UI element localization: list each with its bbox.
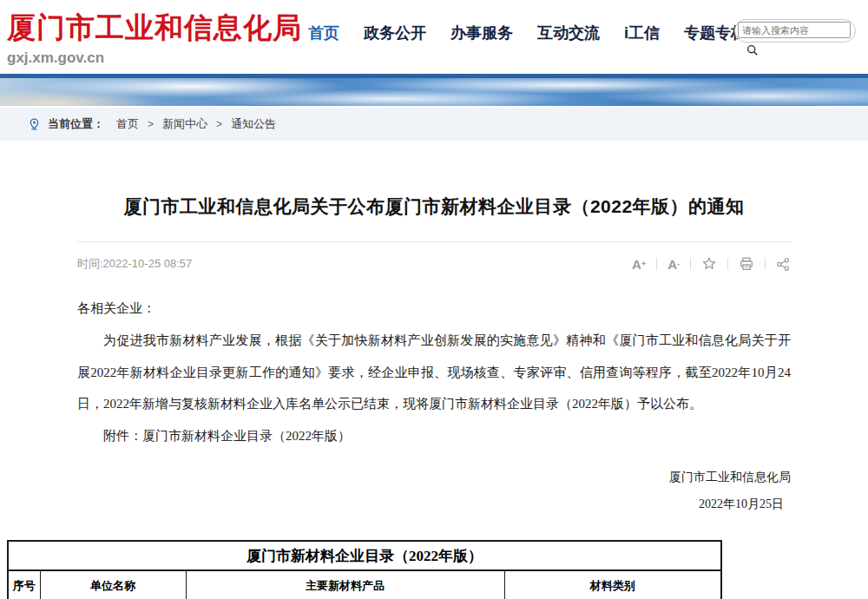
site-header: 厦门市工业和信息化局 gxj.xm.gov.cn 首页 政务公开 办事服务 互动… bbox=[0, 0, 868, 74]
font-decrease-button[interactable]: A- bbox=[667, 257, 680, 272]
main-nav: 首页 政务公开 办事服务 互动交流 i工信 专题专栏 bbox=[308, 23, 746, 43]
breadcrumb-notices[interactable]: 通知公告 bbox=[231, 116, 276, 132]
body-paragraph: 为促进我市新材料产业发展，根据《关于加快新材料产业创新发展的实施意见》精神和《厦… bbox=[77, 325, 791, 420]
breadcrumb-label: 当前位置： bbox=[48, 116, 104, 132]
site-url: gxj.xm.gov.cn bbox=[7, 49, 302, 67]
toolbar-divider bbox=[727, 258, 728, 270]
article-title: 厦门市工业和信息化局关于公布厦门市新材料企业目录（2022年版）的通知 bbox=[77, 194, 791, 219]
print-icon[interactable] bbox=[739, 256, 754, 272]
favorite-star-icon[interactable] bbox=[701, 256, 717, 272]
header-company: 单位名称 bbox=[40, 570, 186, 599]
article-toolbar: A+ A- bbox=[632, 256, 791, 272]
nav-item-interaction[interactable]: 互动交流 bbox=[537, 23, 600, 43]
article-body: 各相关企业： 为促进我市新材料产业发展，根据《关于加快新材料产业创新发展的实施意… bbox=[77, 293, 791, 452]
search-input[interactable] bbox=[738, 22, 851, 38]
table-title: 厦门市新材料企业目录（2022年版） bbox=[8, 541, 721, 570]
breadcrumb: 当前位置： 首页 > 新闻中心 > 通知公告 bbox=[0, 108, 868, 141]
article: 厦门市工业和信息化局关于公布厦门市新材料企业目录（2022年版）的通知 时间:2… bbox=[77, 194, 791, 517]
header-no: 序号 bbox=[8, 570, 40, 599]
salutation: 各相关企业： bbox=[77, 293, 791, 325]
signature-block: 厦门市工业和信息化局 2022年10月25日 bbox=[77, 464, 791, 518]
enterprise-directory-table: 厦门市新材料企业目录（2022年版） 序号 单位名称 主要新材料产品 材料类别 … bbox=[7, 540, 722, 599]
nav-item-home[interactable]: 首页 bbox=[308, 23, 339, 43]
site-name: 厦门市工业和信息化局 bbox=[7, 9, 302, 48]
breadcrumb-home[interactable]: 首页 bbox=[116, 116, 139, 132]
header-products: 主要新材料产品 bbox=[186, 570, 504, 599]
breadcrumb-separator: > bbox=[148, 118, 154, 130]
site-logo[interactable]: 厦门市工业和信息化局 gxj.xm.gov.cn bbox=[7, 9, 302, 67]
publish-time: 时间:2022-10-25 08:57 bbox=[77, 256, 192, 272]
sky-banner-image bbox=[0, 74, 868, 106]
article-meta-row: 时间:2022-10-25 08:57 A+ A- bbox=[77, 256, 791, 272]
nav-item-i-gongxin[interactable]: i工信 bbox=[624, 23, 660, 43]
nav-item-gov-disclosure[interactable]: 政务公开 bbox=[364, 23, 426, 43]
header-category: 材料类别 bbox=[504, 570, 721, 599]
search-icon[interactable] bbox=[746, 44, 759, 56]
toolbar-divider bbox=[656, 258, 657, 270]
font-increase-button[interactable]: A+ bbox=[632, 257, 646, 272]
table-header-row: 序号 单位名称 主要新材料产品 材料类别 bbox=[8, 570, 721, 599]
toolbar-divider bbox=[765, 258, 766, 270]
breadcrumb-separator: > bbox=[216, 118, 222, 130]
breadcrumb-news-center[interactable]: 新闻中心 bbox=[162, 116, 207, 132]
search-widget bbox=[734, 19, 858, 54]
signature-org: 厦门市工业和信息化局 bbox=[77, 464, 791, 491]
meta-divider bbox=[77, 241, 791, 242]
share-icon[interactable] bbox=[776, 257, 791, 272]
location-pin-icon bbox=[28, 118, 41, 131]
attachment-line[interactable]: 附件：厦门市新材料企业目录（2022年版） bbox=[77, 420, 791, 452]
toolbar-divider bbox=[690, 258, 691, 270]
nav-item-services[interactable]: 办事服务 bbox=[450, 23, 513, 43]
signature-date: 2022年10月25日 bbox=[77, 491, 791, 518]
